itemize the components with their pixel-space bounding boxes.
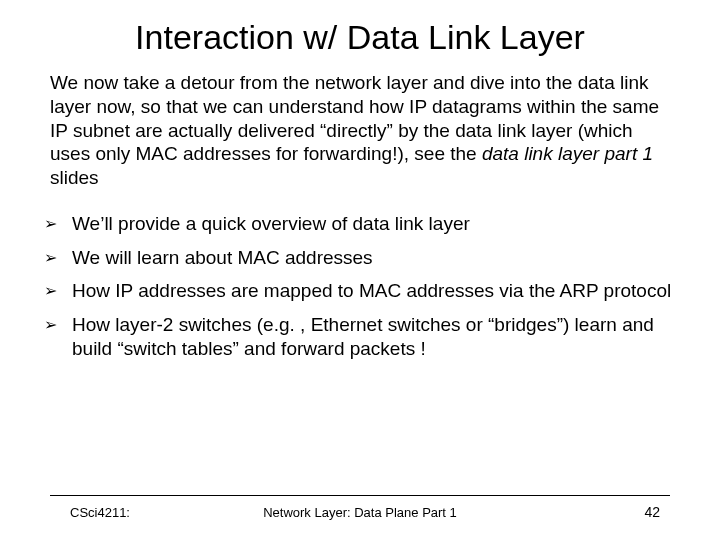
list-item: ➢ How IP addresses are mapped to MAC add… <box>44 279 676 303</box>
intro-italic: data link layer part 1 <box>482 143 653 164</box>
arrow-icon: ➢ <box>44 281 57 301</box>
intro-text-2: slides <box>50 167 99 188</box>
bullet-list: ➢ We’ll provide a quick overview of data… <box>44 212 676 361</box>
slide-title: Interaction w/ Data Link Layer <box>36 18 684 57</box>
arrow-icon: ➢ <box>44 315 57 335</box>
bullet-text: We’ll provide a quick overview of data l… <box>72 213 470 234</box>
arrow-icon: ➢ <box>44 214 57 234</box>
arrow-icon: ➢ <box>44 248 57 268</box>
list-item: ➢ We’ll provide a quick overview of data… <box>44 212 676 236</box>
page-number: 42 <box>644 504 660 520</box>
list-item: ➢ We will learn about MAC addresses <box>44 246 676 270</box>
bullet-text: We will learn about MAC addresses <box>72 247 373 268</box>
bullet-text: How layer-2 switches (e.g. , Ethernet sw… <box>72 314 654 359</box>
list-item: ➢ How layer-2 switches (e.g. , Ethernet … <box>44 313 676 361</box>
bullet-text: How IP addresses are mapped to MAC addre… <box>72 280 671 301</box>
intro-paragraph: We now take a detour from the network la… <box>50 71 670 190</box>
footer-title: Network Layer: Data Plane Part 1 <box>0 505 720 520</box>
footer-divider <box>50 495 670 496</box>
